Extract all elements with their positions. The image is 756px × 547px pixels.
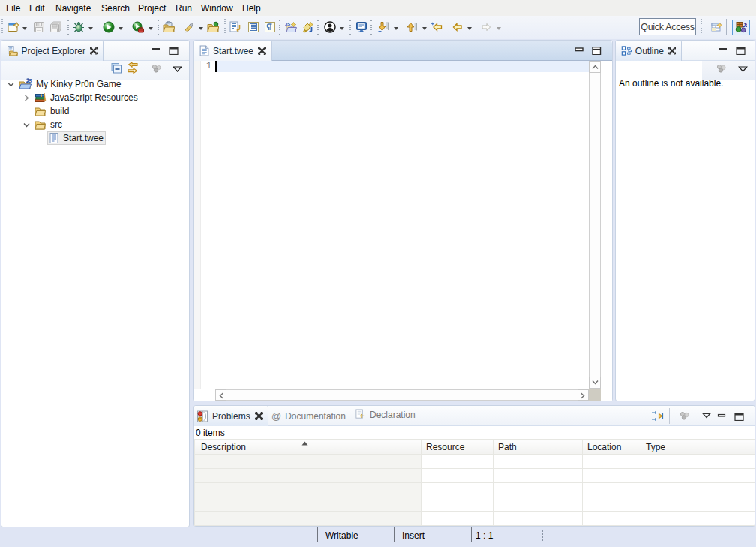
svg-text:JS: JS	[742, 22, 747, 29]
svg-text:JS: JS	[26, 78, 33, 83]
